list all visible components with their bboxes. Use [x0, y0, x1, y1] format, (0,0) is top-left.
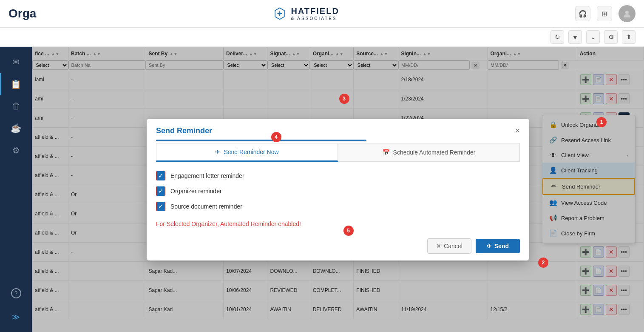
export-button[interactable]: ⬆: [622, 30, 635, 44]
modal-header: Send Reminder ×: [147, 119, 529, 140]
modal-backdrop: 3 4 5 Send Reminder × ✈: [32, 47, 644, 332]
svg-point-1: [625, 11, 629, 14]
refresh-button[interactable]: ↻: [550, 30, 564, 44]
sidebar-item-trash[interactable]: 🗑: [0, 95, 32, 117]
app-title: Orga: [9, 7, 36, 20]
send-reminder-modal: Send Reminder × ✈ Send Reminder Now 📅: [147, 119, 529, 260]
checkbox-organizer-box[interactable]: ✓: [156, 186, 165, 196]
sidebar-item-settings[interactable]: ⚙: [0, 139, 32, 161]
content-area: fice ...▲▼ Batch ...▲▼ Sent By▲▼ Deliver…: [32, 47, 644, 332]
chevron-down-button[interactable]: ⌄: [586, 30, 600, 44]
x-icon: ✕: [436, 243, 441, 249]
checkbox-engagement: ✓ Engagement letter reminder: [156, 171, 520, 180]
sidebar-item-help[interactable]: ?: [11, 282, 21, 304]
tab-send-now[interactable]: ✈ Send Reminder Now: [156, 143, 338, 162]
checkbox-organizer: ✓ Organizer reminder: [156, 186, 520, 196]
send-btn-icon: ✈: [487, 243, 492, 249]
step-3-badge: 3: [339, 94, 349, 104]
modal-close-button[interactable]: ×: [515, 126, 520, 135]
cup-icon: ☕: [11, 123, 21, 133]
avatar[interactable]: [618, 5, 635, 22]
logo: HATFIELD & ASSOCIATES: [272, 6, 339, 21]
cancel-button[interactable]: ✕ Cancel: [427, 238, 471, 254]
checkbox-group: ✓ Engagement letter reminder ✓ Organizer…: [156, 171, 520, 211]
step-1-badge: 1: [596, 117, 607, 127]
help-icon: ?: [11, 288, 21, 298]
tab-progress-bar: [156, 140, 366, 141]
checkbox-organizer-label: Organizer reminder: [170, 188, 222, 195]
brand-name: HATFIELD: [291, 6, 339, 16]
sidebar: ✉ 📋 🗑 ☕ ⚙ ? ≫: [0, 47, 32, 332]
headset-icon[interactable]: 🎧: [575, 6, 590, 21]
document-icon: 📋: [11, 79, 21, 89]
checkbox-source-box[interactable]: ✓: [156, 202, 165, 211]
modal-body: ✓ Engagement letter reminder ✓ Organizer…: [147, 162, 529, 232]
checkbox-engagement-box[interactable]: ✓: [156, 171, 165, 180]
send-button[interactable]: ✈ Send: [476, 239, 520, 253]
calendar-icon: 📅: [383, 149, 390, 156]
expand-icon: ≫: [12, 312, 20, 322]
step-2-badge: 2: [538, 258, 548, 268]
modal-title: Send Reminder: [156, 126, 212, 135]
modal-footer: ✕ Cancel ✈ Send: [147, 232, 529, 260]
sidebar-item-cup[interactable]: ☕: [0, 117, 32, 139]
settings-button[interactable]: ⚙: [604, 30, 618, 44]
step-5-badge: 5: [343, 226, 354, 236]
send-icon: ✈: [215, 149, 220, 155]
checkbox-engagement-label: Engagement letter reminder: [170, 172, 244, 179]
settings-icon: ⚙: [12, 145, 20, 155]
modal-tabs: ✈ Send Reminder Now 📅 Schedule Automated…: [156, 143, 520, 162]
toolbar: ↻ ▼ ⌄ ⚙ ⬆: [0, 28, 644, 47]
sidebar-item-document[interactable]: 📋: [0, 73, 32, 95]
svg-point-0: [278, 12, 281, 15]
email-icon: ✉: [12, 57, 20, 67]
reminder-notice: For Selected Organizer, Automated Remind…: [156, 220, 520, 227]
sidebar-item-expand[interactable]: ≫: [11, 306, 21, 328]
apps-icon[interactable]: ⊞: [597, 6, 612, 21]
trash-icon: 🗑: [12, 101, 20, 111]
brand-sub: & ASSOCIATES: [291, 16, 337, 21]
checkbox-source-label: Source document reminder: [170, 203, 242, 210]
sidebar-item-email[interactable]: ✉: [0, 51, 32, 73]
filter-button[interactable]: ▼: [568, 30, 582, 44]
tab-schedule[interactable]: 📅 Schedule Automated Reminder: [338, 143, 520, 162]
step-4-badge: 4: [271, 132, 281, 142]
checkbox-source-doc: ✓ Source document reminder: [156, 202, 520, 211]
